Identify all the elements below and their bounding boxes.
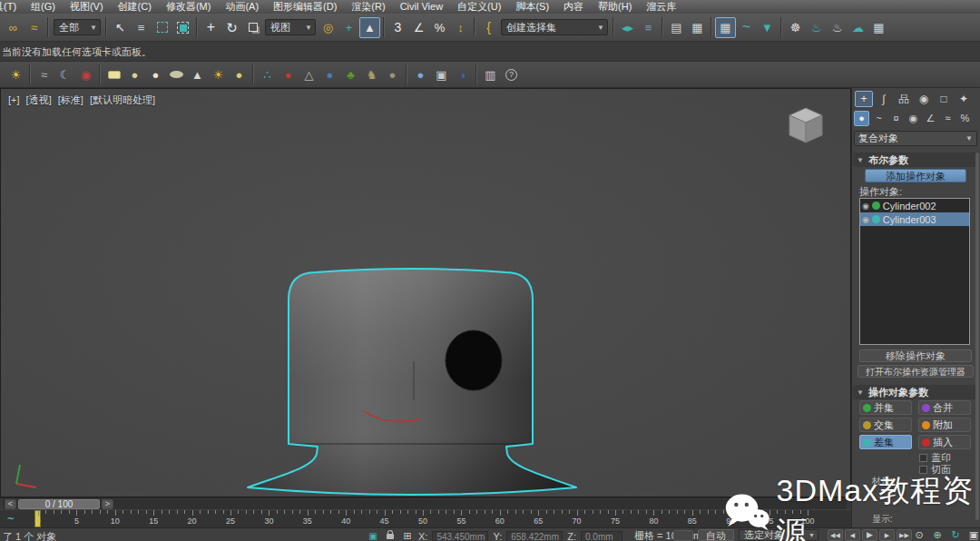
sphere-yellow-icon[interactable]: ●	[229, 64, 250, 85]
select-by-name-icon[interactable]: ≡	[131, 17, 152, 38]
keyboard-override-icon[interactable]: ▲	[359, 17, 380, 38]
rain-particles-icon[interactable]: ∴	[257, 64, 278, 85]
cat-systems[interactable]: %	[957, 111, 973, 126]
next-frame-arrow[interactable]: >	[102, 499, 113, 509]
bird-icon[interactable]: ♞	[361, 64, 382, 85]
visibility-eye-icon[interactable]: ◉	[862, 202, 869, 211]
time-slider-handle[interactable]: 0 / 100	[18, 499, 100, 509]
spinner-snap-icon[interactable]: ↕	[450, 17, 471, 38]
cat-helpers[interactable]: ∠	[923, 111, 938, 126]
add-operands-button[interactable]: 添加操作对象	[865, 169, 966, 182]
layer-explorer-icon[interactable]: ▦	[687, 17, 708, 38]
render-cloud-icon[interactable]: ☁	[848, 17, 868, 38]
bind-to-spacewarp-icon[interactable]: ≈	[24, 17, 44, 38]
menu-item-11[interactable]: 内容	[556, 0, 591, 14]
op-button[interactable]: 插入	[918, 435, 971, 449]
camera-crane-icon[interactable]: △	[299, 64, 319, 85]
menu-item-2[interactable]: 视图(V)	[63, 0, 111, 14]
tab-motion[interactable]: ◉	[915, 91, 933, 107]
library-books-icon[interactable]: ▥	[480, 64, 501, 85]
select-and-link-icon[interactable]: ∞	[3, 17, 24, 38]
op-button[interactable]: 交集	[859, 418, 912, 432]
selection-filter-dropdown[interactable]: 全部▼	[54, 19, 101, 35]
tab-modify[interactable]: ∫	[875, 91, 893, 107]
percent-snap-icon[interactable]: %	[429, 17, 450, 38]
z-coordinate-field[interactable]: 0.0mm	[581, 531, 622, 541]
y-coordinate-field[interactable]: 658.422mm	[506, 531, 563, 541]
viewport-menu-general[interactable]: [+]	[8, 94, 20, 105]
object-type-dropdown[interactable]: 复合对象 ▼	[854, 131, 977, 146]
tab-display[interactable]: □	[935, 91, 953, 107]
viewport-menu-style[interactable]: [标准]	[58, 94, 83, 105]
menu-item-9[interactable]: 自定义(U)	[450, 0, 508, 14]
rollout-boolean-params[interactable]: ▼ 布尔参数	[853, 152, 979, 167]
schematic-view-icon[interactable]: ▼	[757, 17, 778, 38]
layer-panels-icon[interactable]: ▣	[431, 64, 452, 85]
use-center-icon[interactable]: ◎	[318, 17, 338, 38]
photometric-light-icon[interactable]: ☀	[5, 64, 26, 85]
mirror-icon[interactable]: ◂▸	[617, 17, 638, 38]
x-coordinate-field[interactable]: 543.450mm	[432, 531, 488, 541]
tab-hierarchy[interactable]: 品	[895, 91, 913, 107]
viewport-menu-pov[interactable]: [透视]	[26, 94, 52, 105]
select-and-manipulate-icon[interactable]: +	[338, 17, 359, 38]
cat-lights[interactable]: ¤	[888, 111, 904, 126]
select-and-rotate-icon[interactable]: ↻	[221, 17, 242, 38]
render-elements-icon[interactable]: ▦	[868, 17, 889, 38]
material-sphere-icon[interactable]: ●	[410, 64, 431, 85]
op-button[interactable]: 附加	[918, 418, 971, 432]
remove-operand-button[interactable]: 移除操作对象	[859, 349, 972, 362]
sun-light-icon[interactable]: ☀	[208, 64, 229, 85]
menu-item-8[interactable]: Civil View	[393, 0, 450, 14]
operand-row[interactable]: ◉Cylinder002	[860, 199, 969, 212]
rock-icon[interactable]: ●	[382, 64, 403, 85]
menu-item-13[interactable]: 溜云库	[639, 0, 683, 14]
scene-explorer-icon[interactable]: ▤	[666, 17, 687, 38]
menu-item-12[interactable]: 帮助(H)	[591, 0, 639, 14]
isolate-toggle-icon[interactable]: ▣	[367, 530, 379, 541]
viewcube[interactable]	[779, 102, 832, 149]
tab-utilities[interactable]: ✦	[955, 91, 973, 107]
snap-3d-icon[interactable]: 3	[387, 17, 408, 38]
panel-scrollbar[interactable]	[975, 152, 979, 520]
named-sets-icon[interactable]: {	[478, 17, 499, 38]
menu-item-1[interactable]: 组(G)	[24, 0, 63, 14]
planet-icon[interactable]: ●	[319, 64, 340, 85]
rectangular-selection-icon[interactable]	[152, 17, 172, 38]
window-crossing-icon[interactable]	[172, 17, 193, 38]
tab-create[interactable]: +	[855, 91, 873, 107]
help-icon[interactable]: ?	[501, 64, 522, 85]
viewport[interactable]: [+] [透视] [标准] [默认明暗处理]	[0, 88, 851, 497]
sphere-primitive-icon[interactable]: ●	[145, 64, 166, 85]
select-and-move-icon[interactable]: +	[201, 17, 221, 38]
rollout-operand-params[interactable]: ▼ 操作对象参数	[853, 385, 979, 399]
blob-primitive-icon[interactable]: ●	[124, 64, 145, 85]
menu-item-3[interactable]: 创建(C)	[111, 0, 159, 14]
previous-frame-arrow[interactable]: <	[5, 499, 16, 509]
ref-coord-dropdown[interactable]: 视图▼	[265, 19, 316, 35]
cat-cameras[interactable]: ◉	[906, 111, 921, 126]
disc-primitive-icon[interactable]	[166, 64, 187, 85]
box-primitive-icon[interactable]	[103, 64, 124, 85]
material-dark-icon[interactable]: ◑	[452, 64, 473, 85]
operands-list[interactable]: ◉Cylinder002◉Cylinder003	[859, 198, 970, 345]
operand-row[interactable]: ◉Cylinder003	[860, 212, 969, 226]
cat-spacewarps[interactable]: ≈	[940, 111, 956, 126]
angle-snap-icon[interactable]: ∠	[408, 17, 429, 38]
curve-editor-icon[interactable]: ~	[736, 17, 757, 38]
sprinkler-icon[interactable]: ≈	[34, 64, 54, 85]
visibility-eye-icon[interactable]: ◉	[862, 215, 869, 224]
viewport-menu-shading[interactable]: [默认明暗处理]	[90, 94, 155, 105]
camera-icon[interactable]: ◉	[75, 64, 96, 85]
cat-geometry[interactable]: ●	[854, 111, 869, 126]
op-button[interactable]: 差集	[859, 435, 912, 449]
atom-icon[interactable]: ●	[278, 64, 299, 85]
moon-light-icon[interactable]: ☾	[54, 64, 75, 85]
ribbon-toggle-icon[interactable]: ▦	[715, 17, 736, 38]
menu-item-10[interactable]: 脚本(S)	[508, 0, 556, 14]
select-object-icon[interactable]: ↖	[110, 17, 131, 38]
checkbox-icon[interactable]	[919, 454, 927, 462]
op-button[interactable]: 并集	[859, 400, 912, 415]
menu-item-6[interactable]: 图形编辑器(D)	[266, 0, 344, 14]
mini-curve-editor-icon[interactable]: ~	[7, 512, 15, 526]
